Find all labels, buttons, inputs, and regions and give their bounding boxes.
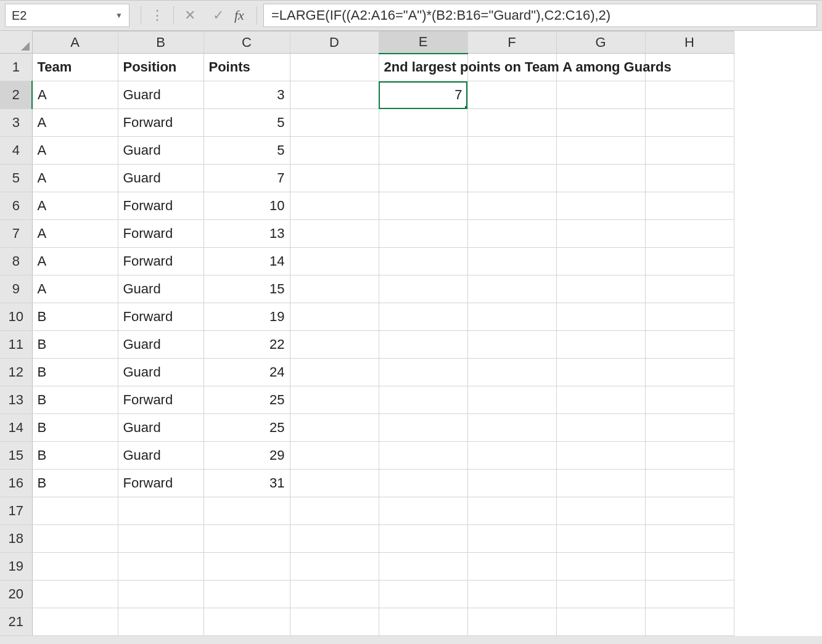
row-header-11[interactable]: 11 [0, 331, 32, 359]
cell-C18[interactable] [203, 525, 290, 553]
cell-E2[interactable]: 7 [379, 81, 467, 109]
cell-C5[interactable]: 7 [203, 165, 290, 192]
cell-F15[interactable] [467, 442, 556, 470]
cell-A17[interactable] [32, 497, 118, 525]
row-header-10[interactable]: 10 [0, 303, 32, 331]
cell-B18[interactable] [118, 525, 203, 553]
cell-G4[interactable] [556, 137, 645, 165]
cell-F8[interactable] [467, 248, 556, 275]
cell-G21[interactable] [556, 608, 645, 636]
cell-D10[interactable] [290, 303, 379, 331]
cell-E4[interactable] [379, 137, 467, 165]
row-header-8[interactable]: 8 [0, 248, 32, 275]
column-header-H[interactable]: H [645, 31, 734, 54]
cell-H6[interactable] [645, 192, 734, 220]
cell-D2[interactable] [290, 81, 379, 109]
cell-H8[interactable] [645, 248, 734, 275]
cell-H10[interactable] [645, 303, 734, 331]
cell-H7[interactable] [645, 220, 734, 248]
cell-B2[interactable]: Guard [118, 81, 203, 109]
cell-H18[interactable] [645, 525, 734, 553]
cell-C3[interactable]: 5 [203, 109, 290, 137]
row-header-18[interactable]: 18 [0, 525, 32, 553]
cell-G18[interactable] [556, 525, 645, 553]
cell-C4[interactable]: 5 [203, 137, 290, 165]
cell-B19[interactable] [118, 553, 203, 581]
row-header-5[interactable]: 5 [0, 165, 32, 192]
cell-B11[interactable]: Guard [118, 331, 203, 359]
cell-E3[interactable] [379, 109, 467, 137]
cell-D19[interactable] [290, 553, 379, 581]
cell-H3[interactable] [645, 109, 734, 137]
row-header-1[interactable]: 1 [0, 54, 32, 81]
cell-F13[interactable] [467, 386, 556, 414]
column-header-A[interactable]: A [32, 31, 118, 54]
spreadsheet-grid[interactable]: ABCDEFGH1TeamPositionPoints2nd largest p… [0, 31, 822, 636]
cell-A12[interactable]: B [32, 359, 118, 386]
row-header-20[interactable]: 20 [0, 581, 32, 608]
cell-F19[interactable] [467, 553, 556, 581]
cell-E14[interactable] [379, 414, 467, 442]
row-header-13[interactable]: 13 [0, 386, 32, 414]
cell-H14[interactable] [645, 414, 734, 442]
cell-A15[interactable]: B [32, 442, 118, 470]
cell-H4[interactable] [645, 137, 734, 165]
cell-D18[interactable] [290, 525, 379, 553]
cell-A18[interactable] [32, 525, 118, 553]
cell-A13[interactable]: B [32, 386, 118, 414]
cell-A2[interactable]: A [32, 81, 118, 109]
cell-H19[interactable] [645, 553, 734, 581]
cell-C2[interactable]: 3 [203, 81, 290, 109]
cell-D15[interactable] [290, 442, 379, 470]
cell-E12[interactable] [379, 359, 467, 386]
cell-E21[interactable] [379, 608, 467, 636]
cell-B7[interactable]: Forward [118, 220, 203, 248]
cell-F7[interactable] [467, 220, 556, 248]
cell-C6[interactable]: 10 [203, 192, 290, 220]
cell-B20[interactable] [118, 581, 203, 608]
cell-D1[interactable] [290, 54, 379, 81]
accept-formula-button[interactable]: ✓ [206, 4, 231, 26]
cell-H12[interactable] [645, 359, 734, 386]
cell-B14[interactable]: Guard [118, 414, 203, 442]
fx-icon[interactable]: fx [234, 7, 253, 23]
cell-G13[interactable] [556, 386, 645, 414]
cell-C1[interactable]: Points [203, 54, 290, 81]
cell-B6[interactable]: Forward [118, 192, 203, 220]
cell-A1[interactable]: Team [32, 54, 118, 81]
column-header-D[interactable]: D [290, 31, 379, 54]
chevron-down-icon[interactable]: ▼ [115, 11, 123, 20]
row-header-14[interactable]: 14 [0, 414, 32, 442]
cell-F17[interactable] [467, 497, 556, 525]
cell-F3[interactable] [467, 109, 556, 137]
cell-C10[interactable]: 19 [203, 303, 290, 331]
cell-B1[interactable]: Position [118, 54, 203, 81]
cell-H17[interactable] [645, 497, 734, 525]
cell-G9[interactable] [556, 275, 645, 303]
cell-C13[interactable]: 25 [203, 386, 290, 414]
cell-A19[interactable] [32, 553, 118, 581]
column-header-C[interactable]: C [203, 31, 290, 54]
cell-C7[interactable]: 13 [203, 220, 290, 248]
cell-D5[interactable] [290, 165, 379, 192]
cell-G5[interactable] [556, 165, 645, 192]
cell-C11[interactable]: 22 [203, 331, 290, 359]
cell-F4[interactable] [467, 137, 556, 165]
cell-F18[interactable] [467, 525, 556, 553]
cell-H11[interactable] [645, 331, 734, 359]
cell-A7[interactable]: A [32, 220, 118, 248]
cell-E7[interactable] [379, 220, 467, 248]
cell-A5[interactable]: A [32, 165, 118, 192]
cell-A20[interactable] [32, 581, 118, 608]
formula-input[interactable]: =LARGE(IF((A2:A16="A")*(B2:B16="Guard"),… [263, 4, 817, 27]
cell-D13[interactable] [290, 386, 379, 414]
cell-A10[interactable]: B [32, 303, 118, 331]
formula-options-button[interactable]: ⋮ [145, 4, 170, 26]
row-header-12[interactable]: 12 [0, 359, 32, 386]
cell-A16[interactable]: B [32, 470, 118, 497]
row-header-2[interactable]: 2 [0, 81, 32, 109]
cell-F21[interactable] [467, 608, 556, 636]
cell-H9[interactable] [645, 275, 734, 303]
cell-E20[interactable] [379, 581, 467, 608]
cell-G8[interactable] [556, 248, 645, 275]
